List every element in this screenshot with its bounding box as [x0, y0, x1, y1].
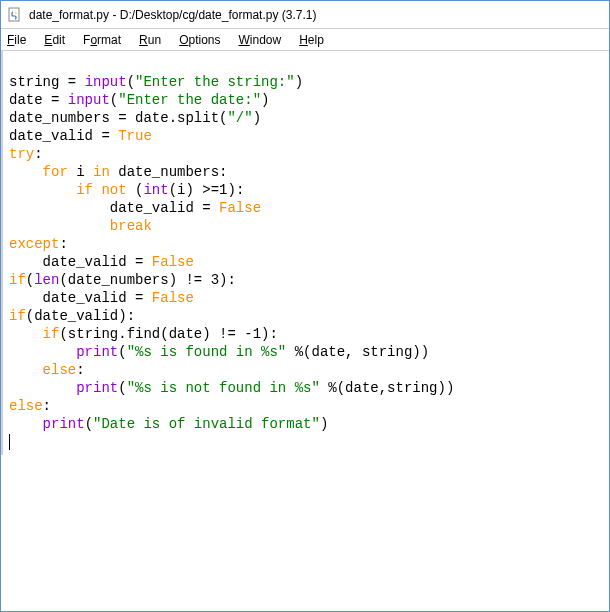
- python-file-icon: [7, 7, 23, 23]
- code-line: if not (int(i) >=1):: [9, 182, 244, 198]
- code-editor[interactable]: string = input("Enter the string:") date…: [1, 51, 609, 455]
- code-line: print("%s is found in %s" %(date, string…: [9, 344, 429, 360]
- code-line: try:: [9, 146, 43, 162]
- code-line: string = input("Enter the string:"): [9, 74, 303, 90]
- code-line: if(date_valid):: [9, 308, 135, 324]
- titlebar: date_format.py - D:/Desktop/cg/date_form…: [1, 1, 609, 29]
- code-line: print("Date is of invalid format"): [9, 416, 328, 432]
- code-line: date_valid = False: [9, 290, 194, 306]
- window-title: date_format.py - D:/Desktop/cg/date_form…: [29, 8, 316, 22]
- code-line: except:: [9, 236, 68, 252]
- code-line: if(string.find(date) != -1):: [9, 326, 278, 342]
- code-line: if(len(date_numbers) != 3):: [9, 272, 236, 288]
- menubar: File Edit Format Run Options Window Help: [1, 29, 609, 51]
- svg-rect-0: [9, 8, 19, 21]
- code-line: else:: [9, 398, 51, 414]
- text-cursor: [9, 434, 10, 450]
- code-line: date_valid = False: [9, 254, 194, 270]
- code-line: break: [9, 218, 152, 234]
- code-line: date_valid = False: [9, 200, 261, 216]
- code-line: else:: [9, 362, 85, 378]
- code-line: date = input("Enter the date:"): [9, 92, 269, 108]
- menu-format[interactable]: Format: [81, 31, 123, 49]
- code-line: print("%s is not found in %s" %(date,str…: [9, 380, 454, 396]
- menu-file[interactable]: File: [5, 31, 28, 49]
- menu-help[interactable]: Help: [297, 31, 326, 49]
- code-line: for i in date_numbers:: [9, 164, 227, 180]
- code-line: date_valid = True: [9, 128, 152, 144]
- menu-window[interactable]: Window: [237, 31, 284, 49]
- menu-options[interactable]: Options: [177, 31, 222, 49]
- menu-edit[interactable]: Edit: [42, 31, 67, 49]
- menu-run[interactable]: Run: [137, 31, 163, 49]
- code-line: date_numbers = date.split("/"): [9, 110, 261, 126]
